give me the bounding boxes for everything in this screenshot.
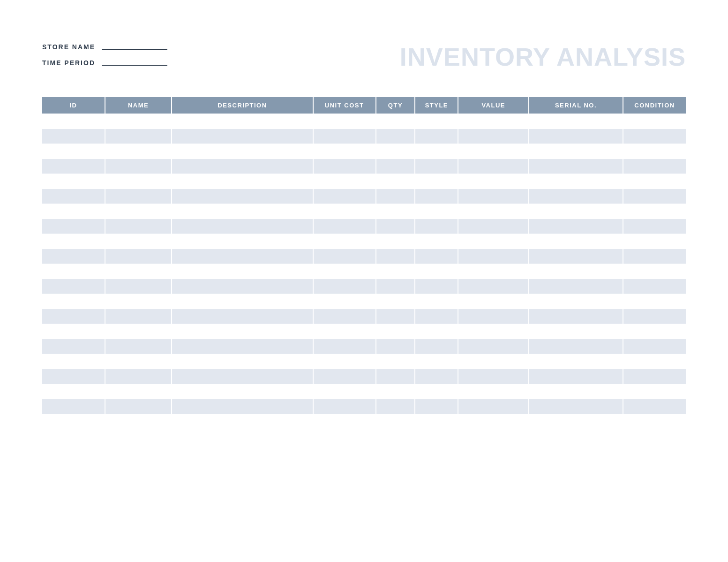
table-cell[interactable] [623,189,686,204]
table-cell[interactable] [105,234,172,249]
table-cell[interactable] [623,219,686,234]
table-cell[interactable] [376,384,415,399]
table-cell[interactable] [376,369,415,384]
table-cell[interactable] [42,264,105,279]
table-cell[interactable] [172,204,313,219]
table-cell[interactable] [376,294,415,309]
table-cell[interactable] [376,129,415,144]
table-cell[interactable] [529,324,623,339]
table-cell[interactable] [313,264,376,279]
table-cell[interactable] [458,249,529,264]
table-cell[interactable] [623,144,686,159]
table-cell[interactable] [415,264,458,279]
table-cell[interactable] [529,294,623,309]
table-cell[interactable] [376,309,415,324]
table-cell[interactable] [105,399,172,414]
table-cell[interactable] [105,354,172,369]
table-cell[interactable] [42,384,105,399]
table-cell[interactable] [105,159,172,174]
table-cell[interactable] [529,189,623,204]
table-cell[interactable] [458,294,529,309]
table-cell[interactable] [376,204,415,219]
table-cell[interactable] [172,114,313,129]
table-cell[interactable] [623,324,686,339]
table-cell[interactable] [313,339,376,354]
table-cell[interactable] [529,384,623,399]
table-cell[interactable] [42,114,105,129]
table-cell[interactable] [458,174,529,189]
table-cell[interactable] [623,174,686,189]
table-cell[interactable] [105,384,172,399]
table-cell[interactable] [42,204,105,219]
table-cell[interactable] [415,324,458,339]
table-cell[interactable] [313,144,376,159]
table-cell[interactable] [172,399,313,414]
table-cell[interactable] [105,249,172,264]
table-cell[interactable] [42,159,105,174]
table-cell[interactable] [42,189,105,204]
table-cell[interactable] [313,279,376,294]
table-cell[interactable] [42,339,105,354]
table-cell[interactable] [313,129,376,144]
table-cell[interactable] [623,129,686,144]
table-cell[interactable] [172,189,313,204]
table-cell[interactable] [172,174,313,189]
table-cell[interactable] [313,174,376,189]
table-cell[interactable] [415,174,458,189]
table-cell[interactable] [376,114,415,129]
table-cell[interactable] [42,219,105,234]
table-cell[interactable] [458,129,529,144]
table-cell[interactable] [313,399,376,414]
table-cell[interactable] [105,129,172,144]
table-cell[interactable] [105,174,172,189]
table-cell[interactable] [415,354,458,369]
table-cell[interactable] [42,144,105,159]
table-cell[interactable] [313,384,376,399]
table-cell[interactable] [529,174,623,189]
table-cell[interactable] [458,114,529,129]
table-cell[interactable] [172,249,313,264]
table-cell[interactable] [105,309,172,324]
table-cell[interactable] [623,159,686,174]
table-cell[interactable] [458,189,529,204]
table-cell[interactable] [376,174,415,189]
table-cell[interactable] [42,294,105,309]
table-cell[interactable] [376,189,415,204]
table-cell[interactable] [172,294,313,309]
table-cell[interactable] [313,204,376,219]
table-cell[interactable] [376,279,415,294]
table-cell[interactable] [529,114,623,129]
table-cell[interactable] [105,264,172,279]
table-cell[interactable] [623,339,686,354]
table-cell[interactable] [415,339,458,354]
table-cell[interactable] [623,204,686,219]
table-cell[interactable] [623,354,686,369]
table-cell[interactable] [376,354,415,369]
table-cell[interactable] [415,159,458,174]
table-cell[interactable] [458,219,529,234]
table-cell[interactable] [42,129,105,144]
table-cell[interactable] [623,264,686,279]
table-cell[interactable] [623,399,686,414]
table-cell[interactable] [172,159,313,174]
table-cell[interactable] [458,339,529,354]
table-cell[interactable] [529,234,623,249]
table-cell[interactable] [458,264,529,279]
table-cell[interactable] [172,354,313,369]
table-cell[interactable] [529,144,623,159]
table-cell[interactable] [415,204,458,219]
table-cell[interactable] [313,114,376,129]
table-cell[interactable] [458,309,529,324]
table-cell[interactable] [313,369,376,384]
table-cell[interactable] [172,369,313,384]
time-period-input-line[interactable] [102,65,167,66]
table-cell[interactable] [172,219,313,234]
table-cell[interactable] [623,384,686,399]
table-cell[interactable] [105,204,172,219]
table-cell[interactable] [458,369,529,384]
table-cell[interactable] [105,144,172,159]
table-cell[interactable] [458,234,529,249]
table-cell[interactable] [42,324,105,339]
table-cell[interactable] [105,219,172,234]
table-cell[interactable] [172,234,313,249]
